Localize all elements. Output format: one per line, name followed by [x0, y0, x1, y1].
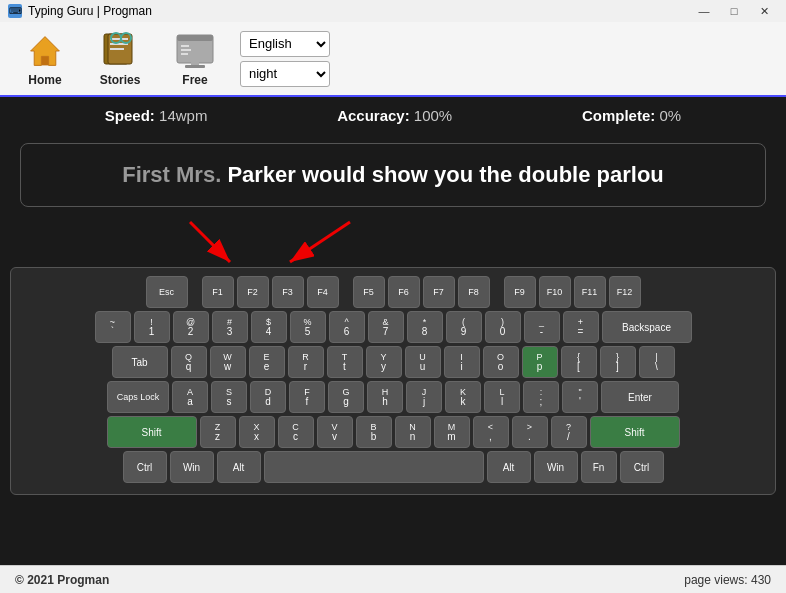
complete-stat: Complete: 0%: [582, 107, 681, 124]
key-f2[interactable]: F2: [237, 276, 269, 308]
key-m[interactable]: Mm: [434, 416, 470, 448]
typing-text: First Mrs. Parker would show you the dou…: [51, 162, 735, 188]
key-quote[interactable]: "': [562, 381, 598, 413]
free-button[interactable]: Free: [160, 28, 230, 90]
key-ctrl-left[interactable]: Ctrl: [123, 451, 167, 483]
key-9[interactable]: (9: [446, 311, 482, 343]
minimize-button[interactable]: —: [690, 2, 718, 20]
key-n[interactable]: Nn: [395, 416, 431, 448]
key-r[interactable]: Rr: [288, 346, 324, 378]
key-backslash[interactable]: |\: [639, 346, 675, 378]
key-shift-right[interactable]: Shift: [590, 416, 680, 448]
key-f4[interactable]: F4: [307, 276, 339, 308]
key-t[interactable]: Tt: [327, 346, 363, 378]
key-tab[interactable]: Tab: [112, 346, 168, 378]
key-1[interactable]: !1: [134, 311, 170, 343]
key-x[interactable]: Xx: [239, 416, 275, 448]
key-w[interactable]: Ww: [210, 346, 246, 378]
key-backtick[interactable]: ~`: [95, 311, 131, 343]
key-h[interactable]: Hh: [367, 381, 403, 413]
toolbar: Home Stories: [0, 22, 786, 97]
key-v[interactable]: Vv: [317, 416, 353, 448]
key-o[interactable]: Oo: [483, 346, 519, 378]
key-rbracket[interactable]: }]: [600, 346, 636, 378]
key-win-left[interactable]: Win: [170, 451, 214, 483]
key-shift-left[interactable]: Shift: [107, 416, 197, 448]
key-5[interactable]: %5: [290, 311, 326, 343]
language-select[interactable]: English French Spanish: [240, 31, 330, 57]
key-enter[interactable]: Enter: [601, 381, 679, 413]
key-7[interactable]: &7: [368, 311, 404, 343]
maximize-button[interactable]: □: [720, 2, 748, 20]
key-f11[interactable]: F11: [574, 276, 606, 308]
key-backspace[interactable]: Backspace: [602, 311, 692, 343]
home-svg: [27, 33, 63, 69]
key-u[interactable]: Uu: [405, 346, 441, 378]
key-capslock[interactable]: Caps Lock: [107, 381, 169, 413]
key-f7[interactable]: F7: [423, 276, 455, 308]
footer-right: page views: 430: [684, 573, 771, 587]
key-j[interactable]: Jj: [406, 381, 442, 413]
key-f8[interactable]: F8: [458, 276, 490, 308]
key-c[interactable]: Cc: [278, 416, 314, 448]
accuracy-label: Accuracy:: [337, 107, 410, 124]
key-slash[interactable]: ?/: [551, 416, 587, 448]
key-fn[interactable]: Fn: [581, 451, 617, 483]
key-comma[interactable]: <,: [473, 416, 509, 448]
key-f12[interactable]: F12: [609, 276, 641, 308]
accuracy-value: 100%: [414, 107, 452, 124]
key-q[interactable]: Qq: [171, 346, 207, 378]
key-lbracket[interactable]: {[: [561, 346, 597, 378]
key-alt-left[interactable]: Alt: [217, 451, 261, 483]
key-4[interactable]: $4: [251, 311, 287, 343]
key-f5[interactable]: F5: [353, 276, 385, 308]
key-period[interactable]: >.: [512, 416, 548, 448]
fn-row: Esc F1 F2 F3 F4 F5 F6 F7 F8 F9 F10 F11 F…: [21, 276, 765, 308]
key-0[interactable]: )0: [485, 311, 521, 343]
key-l[interactable]: Ll: [484, 381, 520, 413]
key-k[interactable]: Kk: [445, 381, 481, 413]
free-svg: [175, 33, 215, 69]
key-f6[interactable]: F6: [388, 276, 420, 308]
title-bar-controls[interactable]: — □ ✕: [690, 2, 778, 20]
key-i[interactable]: Ii: [444, 346, 480, 378]
key-s[interactable]: Ss: [211, 381, 247, 413]
toolbar-dropdowns: English French Spanish night day: [240, 31, 330, 87]
key-alt-right[interactable]: Alt: [487, 451, 531, 483]
key-6[interactable]: ^6: [329, 311, 365, 343]
free-icon: [175, 31, 215, 71]
key-esc[interactable]: Esc: [146, 276, 188, 308]
key-g[interactable]: Gg: [328, 381, 364, 413]
title-bar: ⌨ Typing Guru | Progman — □ ✕: [0, 0, 786, 22]
key-space[interactable]: [264, 451, 484, 483]
mode-select[interactable]: night day: [240, 61, 330, 87]
key-minus[interactable]: _-: [524, 311, 560, 343]
key-semicolon[interactable]: :;: [523, 381, 559, 413]
key-b[interactable]: Bb: [356, 416, 392, 448]
key-2[interactable]: @2: [173, 311, 209, 343]
remaining-text: Parker would show you the double parlou: [221, 162, 664, 187]
key-f[interactable]: Ff: [289, 381, 325, 413]
key-ctrl-right[interactable]: Ctrl: [620, 451, 664, 483]
key-f9[interactable]: F9: [504, 276, 536, 308]
key-f1[interactable]: F1: [202, 276, 234, 308]
svg-rect-6: [110, 48, 124, 50]
key-a[interactable]: Aa: [172, 381, 208, 413]
key-p[interactable]: Pp: [522, 346, 558, 378]
key-win-right[interactable]: Win: [534, 451, 578, 483]
home-button[interactable]: Home: [10, 28, 80, 90]
key-y[interactable]: Yy: [366, 346, 402, 378]
key-f3[interactable]: F3: [272, 276, 304, 308]
close-button[interactable]: ✕: [750, 2, 778, 20]
key-8[interactable]: *8: [407, 311, 443, 343]
key-e[interactable]: Ee: [249, 346, 285, 378]
svg-rect-4: [110, 38, 128, 40]
text-display: First Mrs. Parker would show you the dou…: [20, 143, 766, 207]
key-f10[interactable]: F10: [539, 276, 571, 308]
asdf-row: Caps Lock Aa Ss Dd Ff Gg Hh Jj Kk Ll :; …: [21, 381, 765, 413]
key-3[interactable]: #3: [212, 311, 248, 343]
stories-button[interactable]: Stories: [85, 28, 155, 90]
key-equals[interactable]: +=: [563, 311, 599, 343]
key-d[interactable]: Dd: [250, 381, 286, 413]
key-z[interactable]: Zz: [200, 416, 236, 448]
